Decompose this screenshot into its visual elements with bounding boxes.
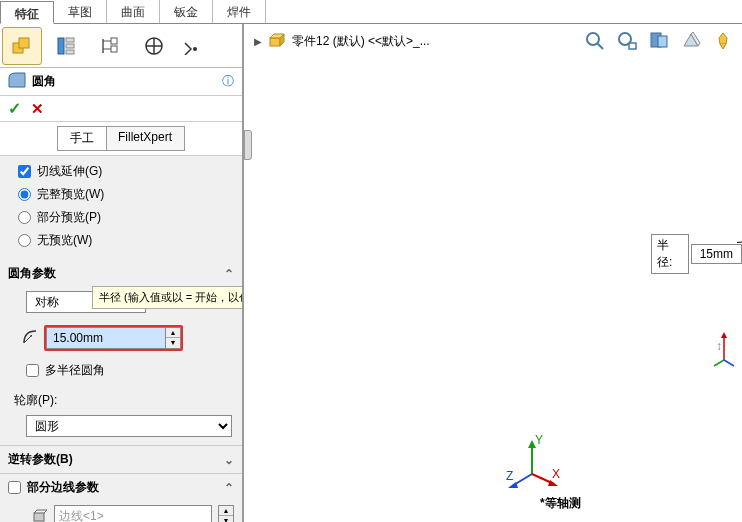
- breadcrumb-arrow-icon[interactable]: ▶: [254, 36, 262, 47]
- fillet-icon: [8, 72, 26, 91]
- command-tabs: 特征 草图 曲面 钣金 焊件: [0, 0, 742, 24]
- zoom-fit-icon[interactable]: [582, 28, 608, 54]
- tab-features[interactable]: 特征: [0, 1, 54, 24]
- view-toolbar: [582, 28, 736, 54]
- svg-rect-21: [270, 38, 280, 46]
- confirm-row: ✓ ✕: [0, 96, 242, 122]
- help-icon[interactable]: ⓘ: [222, 73, 234, 90]
- svg-rect-17: [34, 513, 44, 521]
- svg-marker-52: [721, 332, 727, 338]
- section-partial-edge: 部分边线参数 ⌃ 边线<1> ▲ ▼: [0, 474, 242, 522]
- feature-title: 圆角: [32, 73, 222, 90]
- svg-rect-29: [658, 36, 667, 47]
- radius-row: ▲ ▼: [0, 321, 242, 355]
- propertymanager-icon[interactable]: [46, 27, 86, 65]
- tab-manual[interactable]: 手工: [57, 126, 107, 151]
- profile-combo[interactable]: 圆形: [26, 415, 232, 437]
- chevron-up-icon: ⌃: [224, 481, 234, 495]
- spin-up-icon[interactable]: ▲: [166, 328, 180, 338]
- svg-rect-5: [66, 50, 74, 54]
- appearance-icon[interactable]: [710, 28, 736, 54]
- svg-text:X: X: [552, 467, 560, 481]
- ok-button[interactable]: ✓: [8, 99, 21, 118]
- chevron-down-icon: ⌄: [224, 453, 234, 467]
- svg-line-54: [724, 360, 734, 366]
- section-header-reverse[interactable]: 逆转参数(B) ⌄: [0, 446, 242, 473]
- section-view-icon[interactable]: [646, 28, 672, 54]
- reference-triad[interactable]: ↕: [712, 330, 736, 370]
- tab-sheetmetal[interactable]: 钣金: [160, 0, 213, 23]
- tab-sketch[interactable]: 草图: [54, 0, 107, 23]
- tab-surfaces[interactable]: 曲面: [107, 0, 160, 23]
- section-header-partial[interactable]: 部分边线参数 ⌃: [0, 474, 242, 501]
- svg-text:Y: Y: [535, 433, 543, 447]
- edge-spinner[interactable]: ▲ ▼: [218, 505, 234, 522]
- breadcrumb-part-name[interactable]: 零件12 (默认) <<默认>_...: [292, 33, 430, 50]
- radius-tooltip: 半径 (输入值或以 = 开始，以创建方程式): [92, 286, 242, 309]
- callout-label: 半径:: [651, 234, 689, 274]
- section-reverse: 逆转参数(B) ⌄: [0, 446, 242, 474]
- check-partial-edge[interactable]: [8, 481, 21, 494]
- feature-header: 圆角 ⓘ: [0, 68, 242, 96]
- edge-list[interactable]: 边线<1>: [54, 505, 212, 522]
- tab-filletxpert[interactable]: FilletXpert: [105, 126, 185, 151]
- graphics-viewport[interactable]: ▶ 零件12 (默认) <<默认>_...: [244, 24, 742, 522]
- svg-rect-1: [19, 38, 29, 48]
- configmanager-icon[interactable]: [90, 27, 130, 65]
- property-manager: 圆角 ⓘ ✓ ✕ 手工 FilletXpert 切线延伸(G) 完整预览(W) …: [0, 24, 244, 522]
- check-multiradius[interactable]: 多半径圆角: [26, 359, 232, 382]
- edge-selection-row: 边线<1> ▲ ▼: [0, 501, 242, 522]
- featuremanager-icon[interactable]: [2, 27, 42, 65]
- options-scroll[interactable]: 切线延伸(G) 完整预览(W) 部分预览(P) 无预览(W) 圆角参数 ⌃ 对称: [0, 156, 242, 522]
- radius-spinner[interactable]: ▲ ▼: [166, 327, 181, 349]
- check-tangent[interactable]: 切线延伸(G): [18, 160, 232, 183]
- radius-icon: [22, 329, 38, 348]
- svg-rect-2: [58, 38, 64, 54]
- callout-value[interactable]: 15mm: [691, 244, 742, 264]
- section-header-params[interactable]: 圆角参数 ⌃: [0, 260, 242, 287]
- breadcrumb: ▶ 零件12 (默认) <<默认>_...: [254, 32, 430, 51]
- radius-callout[interactable]: 半径: 15mm: [651, 234, 742, 274]
- panel-resize-handle[interactable]: [244, 130, 252, 160]
- part-icon: [268, 32, 286, 51]
- radius-input[interactable]: [46, 327, 166, 349]
- svg-rect-9: [111, 38, 117, 44]
- radio-partial-preview[interactable]: 部分预览(P): [18, 206, 232, 229]
- svg-text:Z: Z: [506, 469, 513, 483]
- chevron-up-icon: ⌃: [224, 267, 234, 281]
- svg-line-53: [714, 360, 724, 366]
- edge-icon: [32, 507, 48, 523]
- radio-full-preview[interactable]: 完整预览(W): [18, 183, 232, 206]
- svg-rect-27: [629, 43, 636, 49]
- view-triad[interactable]: Y X Z: [504, 432, 560, 488]
- svg-rect-10: [111, 46, 117, 52]
- dimxpert-icon[interactable]: [134, 27, 174, 65]
- svg-text:↕: ↕: [716, 339, 722, 353]
- spin-down-icon[interactable]: ▼: [166, 338, 180, 348]
- display-style-icon[interactable]: [678, 28, 704, 54]
- zoom-area-icon[interactable]: [614, 28, 640, 54]
- svg-rect-3: [66, 38, 74, 42]
- tab-weldments[interactable]: 焊件: [213, 0, 266, 23]
- overflow-icon[interactable]: [178, 27, 202, 65]
- panel-tab-icons: [0, 24, 242, 68]
- profile-label: 轮廓(P):: [14, 393, 57, 407]
- radio-no-preview[interactable]: 无预览(W): [18, 229, 232, 252]
- model-geometry: [534, 114, 742, 514]
- fillet-mode-tabs: 手工 FilletXpert: [0, 122, 242, 156]
- svg-point-14: [193, 47, 197, 51]
- cancel-button[interactable]: ✕: [31, 100, 44, 118]
- svg-line-25: [597, 43, 603, 49]
- svg-rect-4: [66, 44, 74, 48]
- view-orientation-label: *等轴测: [540, 495, 581, 512]
